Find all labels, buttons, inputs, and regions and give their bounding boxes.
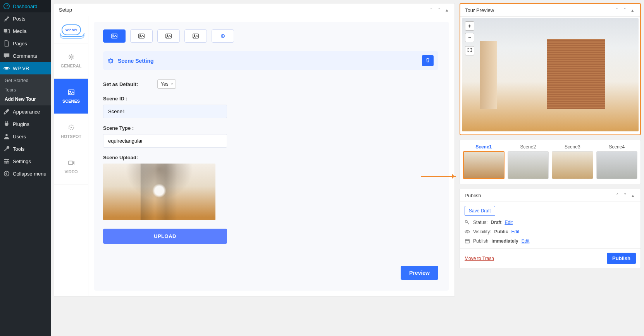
- sidebar-item-wpvr[interactable]: WP VR: [0, 62, 51, 74]
- thumb-label: Scene2: [508, 144, 549, 150]
- svg-point-4: [5, 134, 7, 136]
- svg-point-22: [194, 34, 195, 35]
- scene-thumbs-panel: Scene1 Scene2 Scene3 Scene4: [460, 140, 641, 184]
- scene-tab-4[interactable]: [184, 29, 207, 43]
- scene-tab-2[interactable]: [130, 29, 153, 43]
- vtab-scenes[interactable]: SCENES: [54, 79, 88, 114]
- svg-point-25: [467, 231, 468, 233]
- default-select[interactable]: Yes: [157, 79, 176, 89]
- svg-point-20: [167, 34, 168, 35]
- sidebar-item-dashboard[interactable]: Dashboard: [0, 0, 51, 12]
- panel-toggle-icon[interactable]: ▴: [630, 192, 636, 198]
- sidebar-label: Comments: [13, 53, 37, 59]
- sidebar-item-tools[interactable]: Tools: [0, 143, 51, 155]
- preview-button[interactable]: Preview: [401, 266, 438, 280]
- thumb-scene4[interactable]: Scene4: [596, 144, 638, 179]
- zoom-in-button[interactable]: +: [465, 21, 474, 31]
- vtab-video[interactable]: VIDEO: [54, 149, 88, 184]
- scene-type-input[interactable]: [103, 134, 227, 148]
- sidebar-item-media[interactable]: Media: [0, 25, 51, 37]
- dashboard-icon: [3, 3, 10, 10]
- page-icon: [3, 40, 10, 47]
- svg-point-18: [140, 34, 141, 35]
- svg-rect-14: [68, 161, 72, 165]
- status-edit-link[interactable]: Edit: [505, 220, 513, 225]
- publish-button[interactable]: Publish: [607, 253, 636, 264]
- comment-icon: [3, 52, 10, 59]
- fullscreen-button[interactable]: [465, 46, 474, 55]
- sidebar-item-pages[interactable]: Pages: [0, 37, 51, 50]
- sidebar-item-collapse[interactable]: Collapse menu: [0, 167, 51, 180]
- sidebar-item-users[interactable]: Users: [0, 130, 51, 143]
- subitem-add-new-tour[interactable]: Add New Tour: [0, 95, 51, 104]
- subitem-tours[interactable]: Tours: [0, 85, 51, 95]
- gear-icon: [68, 53, 75, 60]
- sidebar-item-settings[interactable]: Settings: [0, 155, 51, 167]
- brush-icon: [3, 108, 10, 115]
- svg-point-7: [5, 162, 7, 164]
- scene-type-label: Scene Type :: [103, 125, 438, 131]
- default-label: Set as Default:: [103, 81, 142, 87]
- scene-setting-header: Scene Setting: [103, 51, 438, 70]
- tour-viewer[interactable]: + −: [462, 18, 639, 131]
- sliders-icon: [3, 158, 10, 165]
- panel-up-icon[interactable]: ˄: [428, 7, 434, 13]
- thumb-image: [508, 151, 549, 179]
- scene-upload-label: Scene Upload:: [103, 155, 438, 160]
- svg-rect-1: [4, 29, 7, 33]
- svg-rect-26: [465, 240, 470, 243]
- zoom-out-button[interactable]: −: [465, 33, 474, 42]
- scene-tab-3[interactable]: [157, 29, 180, 43]
- thumb-label: Scene4: [596, 144, 638, 150]
- publish-title: Publish: [465, 193, 481, 198]
- visibility-edit-link[interactable]: Edit: [511, 229, 519, 234]
- sidebar-item-plugins[interactable]: Plugins: [0, 118, 51, 130]
- save-draft-button[interactable]: Save Draft: [465, 206, 495, 216]
- sidebar-label: Media: [13, 28, 26, 34]
- scene-upload-preview[interactable]: [103, 164, 215, 220]
- wp-admin-sidebar: Dashboard Posts Media Pages Comments WP …: [0, 0, 51, 336]
- thumb-scene3[interactable]: Scene3: [552, 144, 593, 179]
- pin-icon: [3, 15, 10, 22]
- schedule-edit-link[interactable]: Edit: [522, 238, 530, 244]
- upload-button[interactable]: UPLOAD: [103, 229, 227, 244]
- svg-point-16: [113, 34, 114, 35]
- scene-id-label: Scene ID :: [103, 96, 438, 102]
- delete-scene-button[interactable]: [422, 55, 434, 66]
- panel-down-icon[interactable]: ˅: [622, 192, 628, 198]
- sidebar-label: Dashboard: [13, 3, 38, 9]
- panel-up-icon[interactable]: ˄: [614, 192, 620, 198]
- panel-down-icon[interactable]: ˅: [622, 7, 628, 13]
- plug-icon: [3, 121, 10, 128]
- scene-id-input[interactable]: [103, 105, 227, 118]
- sidebar-item-posts[interactable]: Posts: [0, 12, 51, 25]
- subitem-get-started[interactable]: Get Started: [0, 76, 51, 85]
- wpvr-logo-tab: WP VR: [54, 16, 88, 43]
- fullscreen-icon: [467, 48, 472, 52]
- sidebar-label: Collapse menu: [13, 171, 46, 177]
- panel-up-icon[interactable]: ˄: [614, 7, 620, 13]
- vtab-label: HOTSPOT: [61, 134, 81, 139]
- sidebar-label: Appearance: [13, 109, 40, 115]
- svg-point-13: [71, 127, 72, 128]
- scene-tab-add[interactable]: [212, 29, 234, 43]
- thumb-scene1[interactable]: Scene1: [463, 144, 505, 179]
- setup-panel-head: Setup ˄ ˅ ▴: [54, 3, 455, 16]
- svg-point-6: [7, 160, 9, 162]
- panel-toggle-icon[interactable]: ▴: [444, 7, 450, 13]
- thumb-scene2[interactable]: Scene2: [508, 144, 549, 179]
- panel-down-icon[interactable]: ˅: [436, 7, 442, 13]
- sidebar-item-appearance[interactable]: Appearance: [0, 105, 51, 118]
- move-to-trash-link[interactable]: Move to Trash: [465, 256, 494, 261]
- vtab-label: VIDEO: [64, 169, 77, 174]
- svg-rect-3: [5, 67, 8, 69]
- thumb-label: Scene1: [463, 144, 505, 150]
- divider: [103, 254, 438, 254]
- thumb-image: [463, 151, 505, 179]
- annotation-arrow: [421, 176, 456, 177]
- sidebar-item-comments[interactable]: Comments: [0, 50, 51, 62]
- panel-toggle-icon[interactable]: ▴: [629, 7, 635, 13]
- vtab-hotspot[interactable]: HOTSPOT: [54, 114, 88, 149]
- vtab-general[interactable]: GENERAL: [54, 43, 88, 79]
- scene-tab-1[interactable]: [103, 29, 126, 43]
